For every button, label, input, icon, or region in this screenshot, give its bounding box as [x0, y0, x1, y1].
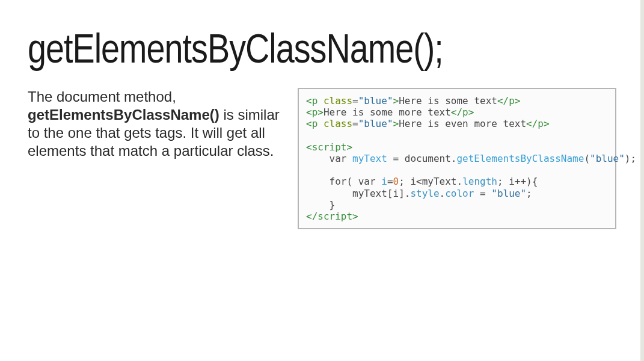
code-sample: <p class="blue">Here is some text</p> <p… [298, 88, 616, 229]
description: The document method, getElementsByClassN… [28, 88, 280, 160]
description-bold: getElementsByClassName() [28, 106, 219, 123]
content-row: The document method, getElementsByClassN… [28, 88, 616, 229]
slide: getElementsByClassName(); The document m… [0, 0, 644, 361]
page-title: getElementsByClassName(); [28, 24, 616, 71]
right-edge-strip [640, 0, 644, 361]
description-lead: The document method, [28, 88, 176, 105]
